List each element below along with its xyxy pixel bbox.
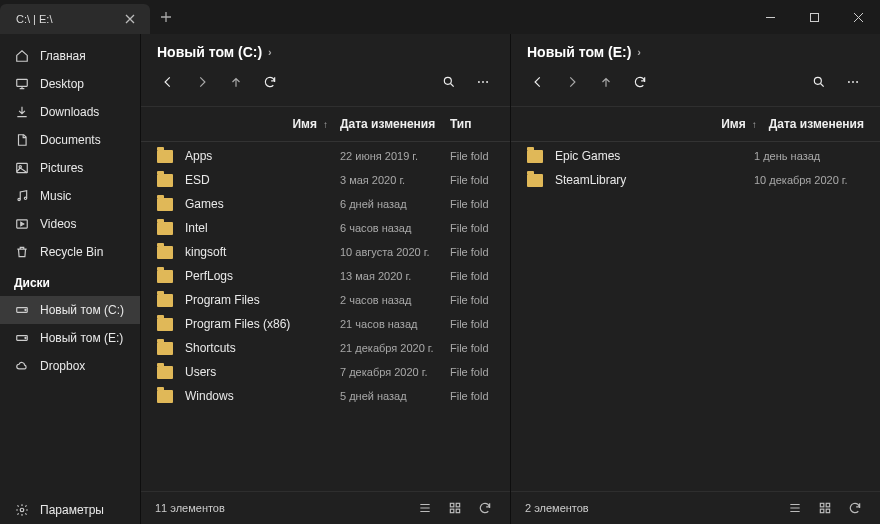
forward-button[interactable] (557, 68, 587, 96)
file-type: File fold (450, 390, 494, 402)
desktop-icon (14, 77, 30, 91)
more-button[interactable] (838, 68, 868, 96)
svg-point-20 (814, 77, 821, 84)
sidebar-item-recycle-bin[interactable]: Recycle Bin (0, 238, 140, 266)
pane-breadcrumb[interactable]: Новый том (E:)› (511, 34, 880, 62)
sidebar-item-label: Новый том (E:) (40, 331, 123, 345)
breadcrumb-title: Новый том (C:) (157, 44, 262, 60)
file-list[interactable]: Epic Games1 день назадSteamLibrary10 дек… (511, 142, 880, 491)
file-list[interactable]: Apps22 июня 2019 г.File foldESD3 мая 202… (141, 142, 510, 491)
file-name: Intel (185, 221, 340, 235)
status-bar: 2 элементов (511, 491, 880, 524)
sidebar-drive[interactable]: Новый том (E:) (0, 324, 140, 352)
file-type: File fold (450, 246, 494, 258)
folder-icon (157, 174, 185, 187)
minimize-button[interactable] (748, 0, 792, 34)
file-date: 13 мая 2020 г. (340, 270, 450, 282)
list-item[interactable]: ESD3 мая 2020 г.File fold (141, 168, 510, 192)
column-name[interactable]: Имя↑ (185, 117, 340, 131)
details-view-button[interactable] (784, 498, 806, 518)
file-date: 22 июня 2019 г. (340, 150, 450, 162)
sidebar-item-pictures[interactable]: Pictures (0, 154, 140, 182)
svg-rect-16 (450, 503, 454, 507)
list-item[interactable]: Games6 дней назадFile fold (141, 192, 510, 216)
grid-view-button[interactable] (814, 498, 836, 518)
folder-icon (157, 150, 185, 163)
list-item[interactable]: Program Files (x86)21 часов назадFile fo… (141, 312, 510, 336)
sidebar-item-label: Параметры (40, 503, 104, 517)
grid-view-button[interactable] (444, 498, 466, 518)
svg-point-4 (18, 198, 20, 200)
list-item[interactable]: Windows5 дней назадFile fold (141, 384, 510, 408)
tab[interactable]: C:\ | E:\ (0, 4, 150, 34)
toolbar (511, 62, 880, 107)
sidebar-item-label: Главная (40, 49, 86, 63)
folder-icon (157, 318, 185, 331)
sidebar-item-music[interactable]: Music (0, 182, 140, 210)
details-view-button[interactable] (414, 498, 436, 518)
list-item[interactable]: Program Files2 часов назадFile fold (141, 288, 510, 312)
back-button[interactable] (523, 68, 553, 96)
file-name: Program Files (x86) (185, 317, 340, 331)
refresh-icon[interactable] (844, 498, 866, 518)
file-type: File fold (450, 150, 494, 162)
sidebar-item-downloads[interactable]: Downloads (0, 98, 140, 126)
svg-point-22 (852, 81, 854, 83)
close-tab-icon[interactable] (122, 11, 138, 27)
list-item[interactable]: PerfLogs13 мая 2020 г.File fold (141, 264, 510, 288)
column-header: Имя↑Дата изменения (511, 107, 880, 142)
up-button[interactable] (221, 68, 251, 96)
svg-point-13 (478, 81, 480, 83)
file-type: File fold (450, 342, 494, 354)
file-type: File fold (450, 222, 494, 234)
pane-breadcrumb[interactable]: Новый том (C:)› (141, 34, 510, 62)
file-date: 3 мая 2020 г. (340, 174, 450, 186)
column-name[interactable]: Имя↑ (555, 117, 769, 131)
file-date: 2 часов назад (340, 294, 450, 306)
status-text: 11 элементов (155, 502, 225, 514)
sidebar-item-documents[interactable]: Documents (0, 126, 140, 154)
refresh-icon[interactable] (474, 498, 496, 518)
refresh-button[interactable] (255, 68, 285, 96)
sidebar-drives-header: Диски (0, 266, 140, 296)
column-date[interactable]: Дата изменения (769, 117, 864, 131)
sidebar-item-settings[interactable]: Параметры (0, 496, 140, 524)
file-name: PerfLogs (185, 269, 340, 283)
list-item[interactable]: Apps22 июня 2019 г.File fold (141, 144, 510, 168)
list-item[interactable]: Intel6 часов назадFile fold (141, 216, 510, 240)
search-button[interactable] (434, 68, 464, 96)
forward-button[interactable] (187, 68, 217, 96)
back-button[interactable] (153, 68, 183, 96)
column-date[interactable]: Дата изменения (340, 117, 450, 131)
svg-rect-19 (456, 509, 460, 513)
file-date: 10 августа 2020 г. (340, 246, 450, 258)
list-item[interactable]: Shortcuts21 декабря 2020 г.File fold (141, 336, 510, 360)
search-button[interactable] (804, 68, 834, 96)
sidebar-item-videos[interactable]: Videos (0, 210, 140, 238)
svg-rect-24 (820, 503, 824, 507)
column-type[interactable]: Тип (450, 117, 494, 131)
svg-rect-0 (810, 13, 818, 21)
list-item[interactable]: kingsoft10 августа 2020 г.File fold (141, 240, 510, 264)
up-button[interactable] (591, 68, 621, 96)
file-name: Users (185, 365, 340, 379)
svg-rect-26 (820, 509, 824, 513)
folder-icon (157, 390, 185, 403)
close-button[interactable] (836, 0, 880, 34)
sidebar-item-label: Pictures (40, 161, 83, 175)
sidebar-item-label: Desktop (40, 77, 84, 91)
refresh-button[interactable] (625, 68, 655, 96)
list-item[interactable]: SteamLibrary10 декабря 2020 г. (511, 168, 880, 192)
sidebar-item-desktop[interactable]: Desktop (0, 70, 140, 98)
sidebar-item-главная[interactable]: Главная (0, 42, 140, 70)
sidebar-item-label: Новый том (C:) (40, 303, 124, 317)
add-tab-button[interactable] (150, 0, 182, 34)
sidebar-drive[interactable]: Новый том (C:) (0, 296, 140, 324)
list-item[interactable]: Epic Games1 день назад (511, 144, 880, 168)
sidebar-drive[interactable]: Dropbox (0, 352, 140, 380)
svg-rect-18 (450, 509, 454, 513)
list-item[interactable]: Users7 декабря 2020 г.File fold (141, 360, 510, 384)
file-name: Apps (185, 149, 340, 163)
more-button[interactable] (468, 68, 498, 96)
maximize-button[interactable] (792, 0, 836, 34)
